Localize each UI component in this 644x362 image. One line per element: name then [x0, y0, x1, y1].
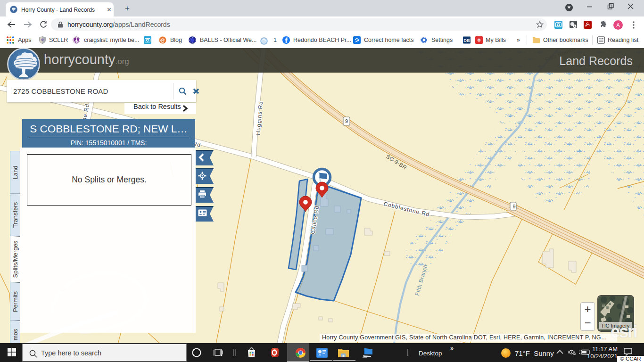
svg-text:9: 9 [345, 118, 348, 124]
svg-text:A: A [616, 22, 620, 29]
svg-text:9: 9 [512, 204, 515, 209]
svg-text:DB: DB [463, 38, 470, 43]
